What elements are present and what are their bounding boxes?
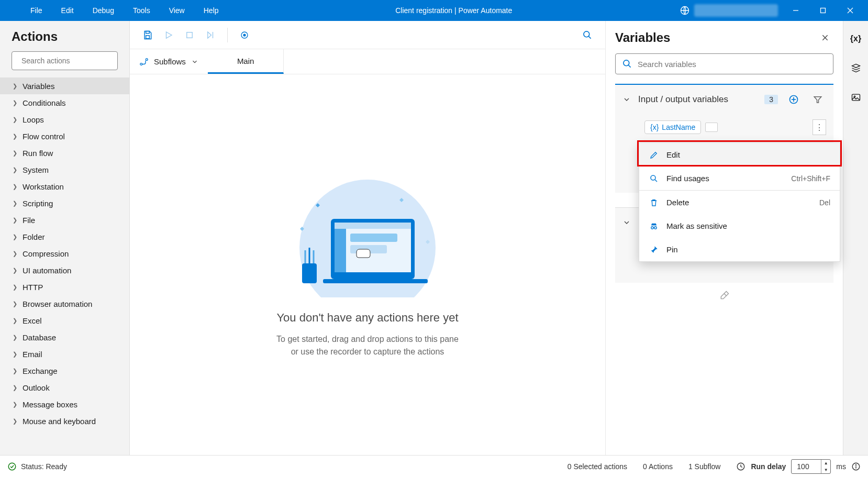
action-category[interactable]: ❯Exchange: [0, 362, 129, 379]
delay-up[interactable]: ▲: [821, 460, 830, 467]
stop-button[interactable]: [180, 26, 199, 45]
delay-down[interactable]: ▼: [821, 467, 830, 473]
svg-rect-27: [302, 263, 317, 283]
action-category[interactable]: ❯Browser automation: [0, 295, 129, 312]
clock-icon: [736, 462, 745, 471]
svg-rect-10: [187, 32, 193, 38]
pin-icon: [649, 245, 659, 255]
run-delay-input[interactable]: 100 ▲▼: [791, 459, 831, 474]
chevron-right-icon: ❯: [13, 116, 17, 123]
window-title: Client registration | Power Automate: [228, 6, 680, 15]
chevron-right-icon: ❯: [13, 83, 17, 90]
menu-view[interactable]: View: [160, 0, 194, 21]
action-category[interactable]: ❯Excel: [0, 312, 129, 329]
delay-unit: ms: [836, 462, 846, 471]
action-category[interactable]: ❯Flow control: [0, 128, 129, 145]
chevron-down-icon[interactable]: [622, 95, 631, 104]
action-category[interactable]: ❯Scripting: [0, 195, 129, 212]
canvas-empty-title: You don't have any actions here yet: [276, 311, 458, 325]
run-button[interactable]: [159, 26, 178, 45]
svg-rect-2: [821, 8, 826, 13]
actions-count: 0 Actions: [643, 462, 673, 471]
filter-variables-button[interactable]: [809, 91, 826, 108]
recorder-button[interactable]: [235, 26, 254, 45]
action-category[interactable]: ❯Folder: [0, 228, 129, 245]
svg-rect-22: [335, 223, 411, 229]
minimize-button[interactable]: [782, 0, 809, 21]
variables-search[interactable]: [615, 53, 833, 74]
action-category[interactable]: ❯Workstation: [0, 178, 129, 195]
action-category[interactable]: ❯Email: [0, 346, 129, 362]
variables-search-input[interactable]: [638, 60, 827, 69]
ctx-delete[interactable]: Delete Del: [639, 191, 840, 214]
menu-debug[interactable]: Debug: [83, 0, 124, 21]
chevron-right-icon: ❯: [13, 99, 17, 106]
ctx-find-usages[interactable]: Find usages Ctrl+Shift+F: [639, 167, 840, 190]
action-category[interactable]: ❯Variables: [0, 77, 129, 94]
canvas-empty-subtitle: To get started, drag and drop actions to…: [276, 333, 459, 358]
action-category[interactable]: ❯Message boxes: [0, 396, 129, 413]
environment-name[interactable]: [694, 4, 778, 17]
check-icon: [7, 462, 17, 471]
action-category[interactable]: ❯File: [0, 212, 129, 228]
actions-search[interactable]: [12, 51, 118, 70]
subflows-dropdown[interactable]: Subflows: [130, 49, 208, 74]
clear-button[interactable]: [606, 283, 843, 308]
toolbar: [130, 21, 605, 49]
add-variable-button[interactable]: [785, 91, 802, 108]
svg-marker-9: [166, 32, 172, 38]
variable-more-button[interactable]: ⋮: [813, 119, 826, 135]
chevron-right-icon: ❯: [13, 200, 17, 207]
variable-chip[interactable]: {x} LastName: [644, 120, 701, 134]
action-category[interactable]: ❯Compression: [0, 245, 129, 262]
action-category[interactable]: ❯Database: [0, 329, 129, 346]
variables-tab-button[interactable]: {x}: [848, 30, 864, 47]
ctx-edit[interactable]: Edit: [639, 143, 840, 167]
images-tab-button[interactable]: [848, 89, 864, 106]
actions-list[interactable]: ❯Variables❯Conditionals❯Loops❯Flow contr…: [0, 77, 129, 455]
incognito-icon: [649, 221, 659, 231]
svg-point-55: [855, 464, 856, 465]
close-button[interactable]: [837, 0, 864, 21]
action-category[interactable]: ❯System: [0, 161, 129, 178]
chevron-right-icon: ❯: [13, 217, 17, 224]
search-icon: [649, 173, 659, 184]
action-category[interactable]: ❯UI automation: [0, 262, 129, 279]
ui-elements-tab-button[interactable]: [848, 60, 864, 76]
svg-line-43: [724, 294, 726, 296]
action-category[interactable]: ❯Loops: [0, 111, 129, 128]
action-category[interactable]: ❯Conditionals: [0, 94, 129, 111]
menu-tools[interactable]: Tools: [124, 0, 160, 21]
environment-icon[interactable]: [680, 5, 690, 16]
action-category[interactable]: ❯Run flow: [0, 145, 129, 161]
maximize-button[interactable]: [809, 0, 837, 21]
ctx-mark-sensitive[interactable]: Mark as sensitive: [639, 214, 840, 238]
action-category[interactable]: ❯Mouse and keyboard: [0, 413, 129, 429]
menu-edit[interactable]: Edit: [52, 0, 83, 21]
search-icon: [622, 59, 632, 69]
action-category[interactable]: ❯HTTP: [0, 279, 129, 295]
selected-actions-count: 0 Selected actions: [567, 462, 627, 471]
menu-file[interactable]: File: [21, 0, 52, 21]
action-category[interactable]: ❯Outlook: [0, 379, 129, 396]
info-icon[interactable]: [851, 462, 861, 471]
chevron-right-icon: ❯: [13, 334, 17, 341]
svg-point-15: [584, 31, 589, 37]
flow-canvas[interactable]: You don't have any actions here yet To g…: [130, 74, 605, 455]
actions-search-input[interactable]: [21, 57, 113, 65]
search-flow-button[interactable]: [578, 26, 597, 45]
svg-line-16: [589, 36, 591, 38]
svg-point-17: [140, 63, 142, 65]
variables-close-button[interactable]: [817, 29, 833, 46]
chevron-down-icon[interactable]: [622, 218, 631, 227]
ctx-pin[interactable]: Pin: [639, 238, 840, 261]
chevron-right-icon: ❯: [13, 351, 17, 358]
step-button[interactable]: [201, 26, 220, 45]
tab-main[interactable]: Main: [208, 49, 284, 74]
subflow-bar: Subflows Main: [130, 49, 605, 74]
menu-help[interactable]: Help: [194, 0, 228, 21]
chevron-right-icon: ❯: [13, 384, 17, 391]
svg-point-46: [651, 175, 655, 180]
chevron-right-icon: ❯: [13, 167, 17, 173]
save-button[interactable]: [138, 26, 157, 45]
